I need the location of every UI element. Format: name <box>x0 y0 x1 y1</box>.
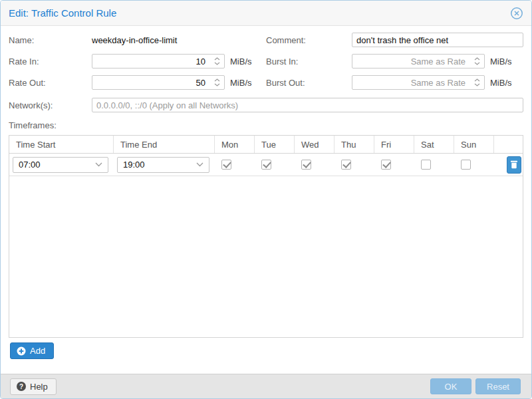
rate-in-spinwrap <box>92 54 225 68</box>
dialog-body: Name: weekday-in-office-limit Rate In: M… <box>1 26 531 374</box>
help-button[interactable]: ? Help <box>10 378 57 395</box>
time-end-combobox[interactable]: 19:00 <box>117 157 209 173</box>
column-header-sun[interactable]: Sun <box>454 136 494 153</box>
edit-traffic-control-rule-dialog: Edit: Traffic Control Rule Name: weekday… <box>0 0 532 399</box>
timeframes-grid: Time Start Time End Mon Tue Wed Thu Fri … <box>9 135 523 338</box>
delete-row-button[interactable] <box>507 156 521 174</box>
grid-header: Time Start Time End Mon Tue Wed Thu Fri … <box>9 136 523 154</box>
name-value: weekday-in-office-limit <box>92 35 177 45</box>
column-header-thu[interactable]: Thu <box>334 136 374 153</box>
time-end-cell: 19:00 <box>114 154 215 176</box>
column-header-time-start[interactable]: Time Start <box>9 136 114 153</box>
burst-out-input[interactable] <box>352 75 485 90</box>
tue-checkbox[interactable] <box>261 160 271 170</box>
grid-empty-area <box>9 176 523 337</box>
time-start-cell: 07:00 <box>9 154 114 176</box>
rate-out-spinwrap <box>92 75 225 90</box>
dialog-titlebar: Edit: Traffic Control Rule <box>1 1 531 26</box>
burst-out-unit: MiB/s <box>490 78 512 88</box>
burst-out-row: Burst Out: MiB/s <box>266 75 523 90</box>
add-row: Add <box>9 342 523 374</box>
rate-out-label: Rate Out: <box>9 78 92 88</box>
add-button[interactable]: Add <box>10 342 54 359</box>
dialog-footer: ? Help OK Reset <box>1 374 531 398</box>
thu-checkbox[interactable] <box>341 160 351 170</box>
networks-label: Network(s): <box>9 100 92 110</box>
trash-icon <box>510 160 518 169</box>
add-button-label: Add <box>30 346 45 356</box>
burst-out-label: Burst Out: <box>266 78 352 88</box>
wed-checkbox[interactable] <box>301 160 311 170</box>
burst-in-input[interactable] <box>352 54 485 68</box>
rate-out-unit: MiB/s <box>230 78 252 88</box>
form-left-column: Name: weekday-in-office-limit Rate In: M… <box>9 33 266 96</box>
rate-in-label: Rate In: <box>9 57 92 66</box>
sat-checkbox[interactable] <box>421 160 431 170</box>
chevron-down-icon <box>95 162 102 167</box>
time-start-value: 07:00 <box>19 160 41 170</box>
column-header-fri[interactable]: Fri <box>374 136 414 153</box>
networks-row: Network(s): <box>9 98 523 112</box>
burst-in-unit: MiB/s <box>490 57 512 66</box>
mon-checkbox[interactable] <box>221 160 231 170</box>
comment-input[interactable] <box>352 33 523 47</box>
rate-out-input[interactable] <box>92 75 225 90</box>
time-end-value: 19:00 <box>123 160 145 170</box>
column-header-tue[interactable]: Tue <box>255 136 295 153</box>
timeframe-row: 07:00 19:00 <box>9 154 523 176</box>
column-header-actions <box>494 136 523 153</box>
name-label: Name: <box>9 35 92 45</box>
help-button-label: Help <box>30 382 48 392</box>
column-header-time-end[interactable]: Time End <box>114 136 215 153</box>
reset-button[interactable]: Reset <box>475 378 521 394</box>
time-start-combobox[interactable]: 07:00 <box>13 157 108 173</box>
comment-row: Comment: <box>266 33 523 47</box>
form-top: Name: weekday-in-office-limit Rate In: M… <box>9 33 523 96</box>
burst-out-spinner-icon[interactable] <box>474 75 480 90</box>
networks-input[interactable] <box>92 98 523 112</box>
chevron-down-icon <box>196 162 203 167</box>
sun-checkbox[interactable] <box>461 160 471 170</box>
rate-in-input[interactable] <box>92 54 225 68</box>
burst-in-label: Burst In: <box>266 57 352 66</box>
close-icon[interactable] <box>510 7 523 20</box>
burst-out-spinwrap <box>352 75 485 90</box>
name-row: Name: weekday-in-office-limit <box>9 33 266 47</box>
timeframes-label: Timeframes: <box>9 120 523 130</box>
plus-circle-icon <box>17 346 26 356</box>
fri-checkbox[interactable] <box>381 160 391 170</box>
form-right-column: Comment: Burst In: MiB/s Burst <box>266 33 523 96</box>
burst-in-row: Burst In: MiB/s <box>266 54 523 68</box>
dialog-title: Edit: Traffic Control Rule <box>9 7 116 19</box>
rate-in-spinner-icon[interactable] <box>214 54 220 68</box>
ok-button[interactable]: OK <box>430 378 471 394</box>
column-header-wed[interactable]: Wed <box>295 136 334 153</box>
burst-in-spinner-icon[interactable] <box>474 54 480 68</box>
column-header-sat[interactable]: Sat <box>414 136 454 153</box>
svg-text:?: ? <box>19 383 23 390</box>
question-circle-icon: ? <box>17 382 26 391</box>
rate-out-spinner-icon[interactable] <box>214 75 220 90</box>
rate-out-row: Rate Out: MiB/s <box>9 75 266 90</box>
rate-in-row: Rate In: MiB/s <box>9 54 266 68</box>
burst-in-spinwrap <box>352 54 485 68</box>
row-actions-cell <box>494 154 523 176</box>
rate-in-unit: MiB/s <box>230 57 252 66</box>
comment-label: Comment: <box>266 35 352 45</box>
column-header-mon[interactable]: Mon <box>215 136 255 153</box>
